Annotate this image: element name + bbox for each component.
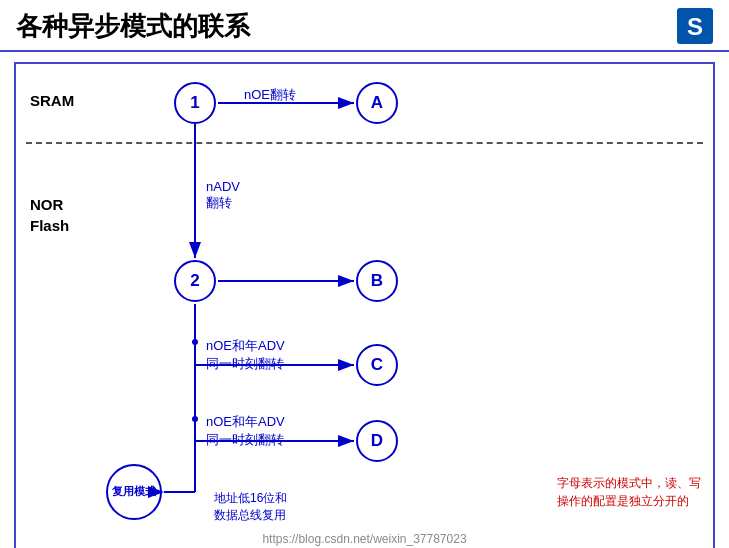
svg-point-13 (192, 339, 198, 345)
node-a: A (356, 82, 398, 124)
nadv-label: nADV 翻转 (206, 164, 240, 212)
logo-icon: S (677, 8, 713, 44)
diagram-box: SRAM NOR Flash 1 A 2 B C D (14, 62, 715, 548)
separator-line (26, 142, 703, 144)
page-title: 各种异步模式的联系 (16, 9, 250, 44)
node-c: C (356, 344, 398, 386)
watermark: https://blog.csdn.net/weixin_37787023 (262, 532, 466, 546)
mux-arrow-label: 地址低16位和 数据总线复用 (214, 476, 287, 524)
nor-flash-label: NOR Flash (30, 194, 69, 236)
node-1: 1 (174, 82, 216, 124)
mux-node: 复用模式 (106, 464, 162, 520)
node-d: D (356, 420, 398, 462)
node-b: B (356, 260, 398, 302)
noe-adv-label-1: nOE和年ADV 同一时刻翻转 (206, 322, 285, 373)
node-2: 2 (174, 260, 216, 302)
page: 各种异步模式的联系 S SRAM NOR Flash 1 A 2 B (0, 0, 729, 548)
header: 各种异步模式的联系 S (0, 0, 729, 52)
noe-adv-label-2: nOE和年ADV 同一时刻翻转 (206, 398, 285, 449)
noe-label: nOE翻转 (244, 86, 296, 104)
svg-text:S: S (687, 13, 703, 40)
sram-label: SRAM (30, 92, 74, 109)
svg-point-14 (192, 416, 198, 422)
note-text: 字母表示的模式中，读、写 操作的配置是独立分开的 (557, 456, 701, 510)
